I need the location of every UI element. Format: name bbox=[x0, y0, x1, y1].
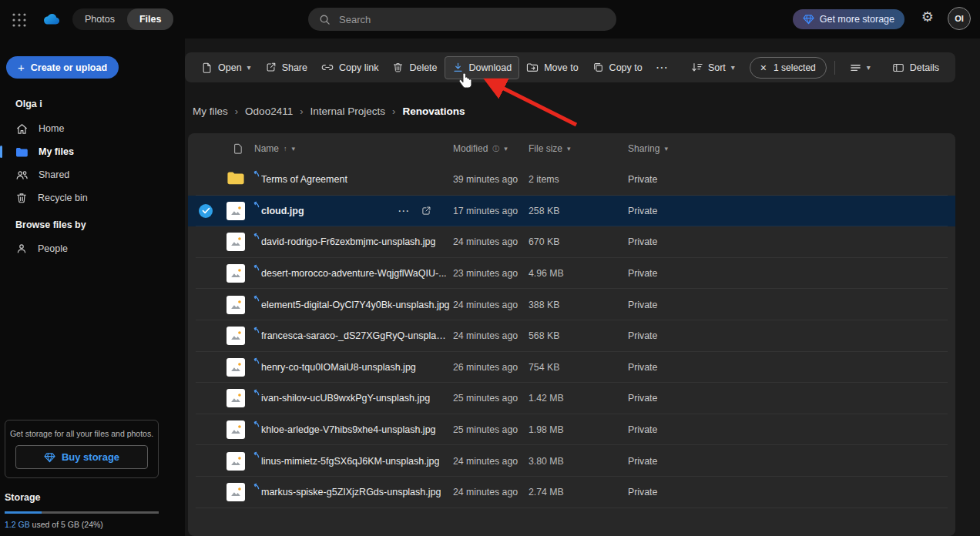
sort-button[interactable]: Sort ▾ bbox=[684, 56, 742, 79]
file-row[interactable]: element5-digital-OyCl7Y4y0Bk-unsplash.jp… bbox=[188, 289, 955, 320]
tab-photos[interactable]: Photos bbox=[72, 8, 127, 30]
account-avatar[interactable]: OI bbox=[948, 7, 971, 30]
main-content: Open ▾ Share Copy link Delete bbox=[185, 39, 980, 536]
download-label: Download bbox=[469, 62, 512, 73]
file-row[interactable]: henry-co-tqu0IOMaiU8-unsplash.jpg ⋯ 26 m… bbox=[188, 352, 955, 384]
people-icon bbox=[15, 169, 29, 182]
file-sharing[interactable]: Private bbox=[628, 300, 657, 310]
buy-storage-button[interactable]: Buy storage bbox=[15, 445, 148, 469]
column-header-file-size[interactable]: File size ▾ bbox=[529, 143, 571, 154]
create-or-upload-button[interactable]: + Create or upload bbox=[6, 56, 119, 79]
file-row[interactable]: francesca-saraco-_dS27XGgRyQ-unsplash...… bbox=[188, 320, 955, 352]
folder-icon bbox=[227, 170, 245, 186]
column-header-modified[interactable]: Modified ⓘ ▾ bbox=[453, 143, 508, 154]
file-name[interactable]: linus-mimietz-5fgSX6qJ6KM-unsplash.jpg bbox=[261, 456, 439, 467]
sidebar-item-my-files[interactable]: My files bbox=[0, 140, 185, 163]
clear-selection-icon[interactable]: × bbox=[760, 62, 767, 74]
breadcrumb-odoo2411[interactable]: Odoo2411 bbox=[245, 106, 293, 117]
file-name[interactable]: element5-digital-OyCl7Y4y0Bk-unsplash.jp… bbox=[261, 300, 450, 310]
sidebar-item-label: My files bbox=[39, 146, 74, 157]
file-sharing[interactable]: Private bbox=[628, 487, 657, 497]
file-name[interactable]: khloe-arledge-V7hibs9xhe4-unsplash.jpg bbox=[261, 424, 436, 435]
file-name[interactable]: henry-co-tqu0IOMaiU8-unsplash.jpg bbox=[261, 362, 416, 373]
onedrive-logo-icon[interactable] bbox=[40, 10, 60, 28]
file-name[interactable]: Terms of Agreement bbox=[261, 174, 347, 185]
file-row[interactable]: ivan-shilov-ucUB9wxkPgY-unsplash.jpg ⋯ 2… bbox=[188, 383, 955, 414]
file-type-icon-slot bbox=[227, 420, 245, 439]
file-row[interactable]: desert-morocco-adventure-WqjgflWaQIU-...… bbox=[188, 258, 955, 290]
premium-diamond-icon bbox=[803, 14, 814, 25]
copy-to-button[interactable]: Copy to bbox=[586, 56, 649, 79]
open-button[interactable]: Open ▾ bbox=[194, 56, 258, 79]
file-sharing[interactable]: Private bbox=[628, 174, 657, 185]
move-to-button[interactable]: Move to bbox=[519, 56, 585, 79]
tab-files[interactable]: Files bbox=[127, 8, 174, 30]
folder-icon bbox=[15, 146, 29, 158]
file-name[interactable]: markus-spiske-g5ZIXjzRGds-unsplash.jpg bbox=[261, 487, 441, 497]
sidebar-item-home[interactable]: Home bbox=[0, 117, 185, 140]
get-more-storage-button[interactable]: Get more storage bbox=[793, 9, 904, 29]
sort-icon bbox=[691, 62, 703, 73]
download-button[interactable]: Download bbox=[445, 56, 520, 79]
app-launcher-icon[interactable] bbox=[11, 12, 28, 28]
image-file-icon bbox=[227, 358, 245, 377]
row-selected-checkbox[interactable] bbox=[199, 204, 213, 218]
storage-used-link[interactable]: 1.2 GB bbox=[5, 520, 30, 529]
premium-diamond-icon bbox=[44, 452, 55, 463]
settings-gear-icon[interactable]: ⚙ bbox=[921, 8, 934, 25]
view-options-button[interactable]: ▾ bbox=[843, 56, 878, 79]
file-sharing[interactable]: Private bbox=[628, 456, 657, 467]
trash-icon bbox=[392, 62, 404, 73]
file-sharing[interactable]: Private bbox=[628, 236, 657, 247]
file-name[interactable]: cloud.jpg bbox=[261, 206, 304, 216]
file-row[interactable]: Terms of Agreement ⋯ 39 minutes ago 2 it… bbox=[188, 164, 955, 196]
file-sharing[interactable]: Private bbox=[628, 268, 657, 279]
file-sharing[interactable]: Private bbox=[628, 362, 657, 373]
info-icon: ⓘ bbox=[492, 144, 499, 154]
file-name[interactable]: ivan-shilov-ucUB9wxkPgY-unsplash.jpg bbox=[261, 393, 430, 404]
file-sharing[interactable]: Private bbox=[628, 206, 657, 216]
breadcrumb-my-files[interactable]: My files bbox=[193, 106, 228, 117]
sidebar-item-people[interactable]: People bbox=[0, 237, 185, 260]
copy-link-button[interactable]: Copy link bbox=[314, 56, 385, 79]
share-button[interactable]: Share bbox=[258, 56, 314, 79]
breadcrumb: My files › Odoo2411 › Internal Projects … bbox=[193, 102, 465, 119]
row-more-icon[interactable]: ⋯ bbox=[398, 204, 409, 218]
file-modified: 25 minutes ago bbox=[453, 424, 518, 435]
file-row[interactable]: markus-spiske-g5ZIXjzRGds-unsplash.jpg ⋯… bbox=[188, 477, 955, 508]
file-name[interactable]: francesca-saraco-_dS27XGgRyQ-unsplash...… bbox=[261, 330, 450, 341]
file-sharing[interactable]: Private bbox=[628, 330, 657, 341]
file-row[interactable]: david-rodrigo-Fr6zexbmjmc-unsplash.jpg ⋯… bbox=[188, 226, 955, 258]
more-commands-icon[interactable]: ⋯ bbox=[649, 60, 674, 75]
file-row[interactable]: linus-mimietz-5fgSX6qJ6KM-unsplash.jpg ⋯… bbox=[188, 445, 955, 477]
image-file-icon bbox=[227, 327, 245, 345]
command-toolbar: Open ▾ Share Copy link Delete bbox=[185, 52, 955, 82]
top-app-bar: Photos Files Get more storage ⚙ OI bbox=[0, 0, 980, 39]
search-bar[interactable] bbox=[308, 8, 616, 31]
search-input[interactable] bbox=[337, 13, 606, 26]
sidebar-item-recycle-bin[interactable]: Recycle bin bbox=[0, 186, 185, 209]
file-sharing[interactable]: Private bbox=[628, 424, 657, 435]
file-row[interactable]: cloud.jpg ⋯ 17 minutes ago 258 KB Privat… bbox=[188, 196, 955, 227]
image-file-icon bbox=[227, 389, 245, 407]
file-row[interactable]: khloe-arledge-V7hibs9xhe4-unsplash.jpg ⋯… bbox=[188, 414, 955, 446]
details-label: Details bbox=[910, 62, 939, 73]
column-header-sharing[interactable]: Sharing ▾ bbox=[628, 143, 668, 154]
file-modified: 24 minutes ago bbox=[453, 487, 518, 497]
selection-count-pill[interactable]: × 1 selected bbox=[750, 57, 827, 79]
breadcrumb-internal-projects[interactable]: Internal Projects bbox=[310, 106, 386, 117]
file-name[interactable]: desert-morocco-adventure-WqjgflWaQIU-... bbox=[261, 268, 447, 279]
file-sharing[interactable]: Private bbox=[628, 393, 657, 404]
sidebar-item-shared[interactable]: Shared bbox=[0, 163, 185, 186]
file-size: 388 KB bbox=[529, 300, 559, 310]
image-file-icon bbox=[227, 233, 245, 251]
delete-label: Delete bbox=[409, 62, 437, 73]
file-name[interactable]: david-rodrigo-Fr6zexbmjmc-unsplash.jpg bbox=[261, 236, 435, 247]
file-modified: 25 minutes ago bbox=[453, 393, 518, 404]
file-type-column-icon[interactable] bbox=[233, 143, 243, 155]
column-header-name[interactable]: Name ↑ ▾ bbox=[254, 143, 295, 154]
details-button[interactable]: Details bbox=[885, 56, 946, 79]
delete-button[interactable]: Delete bbox=[385, 56, 444, 79]
chevron-down-icon: ▾ bbox=[247, 63, 251, 72]
row-share-icon[interactable] bbox=[421, 206, 431, 216]
